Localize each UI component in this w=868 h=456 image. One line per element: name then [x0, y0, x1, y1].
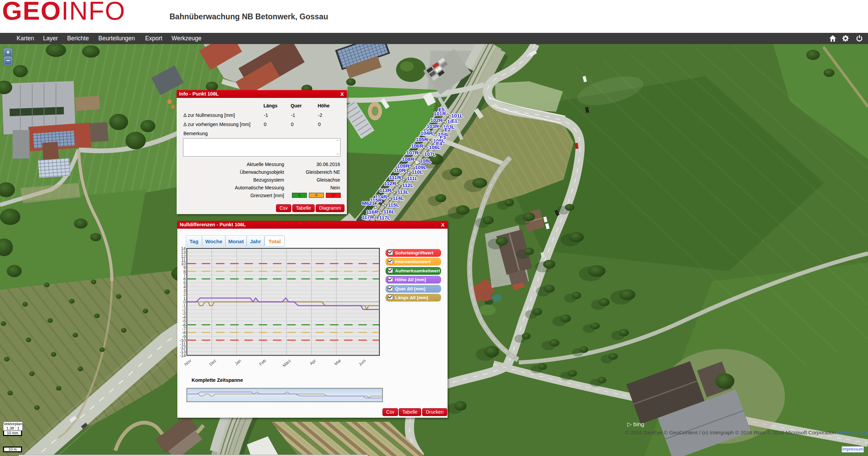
svg-text:Dez: Dez: [209, 358, 217, 367]
svg-text:Jan: Jan: [234, 358, 242, 366]
svg-text:Juni: Juni: [358, 358, 367, 367]
svg-text:Nov: Nov: [183, 358, 192, 367]
svg-text:-14: -14: [180, 353, 186, 358]
svg-text:Mai: Mai: [334, 358, 342, 366]
svg-text:Feb: Feb: [258, 358, 267, 367]
svg-text:März: März: [282, 358, 292, 368]
svg-text:Apr: Apr: [309, 358, 317, 366]
